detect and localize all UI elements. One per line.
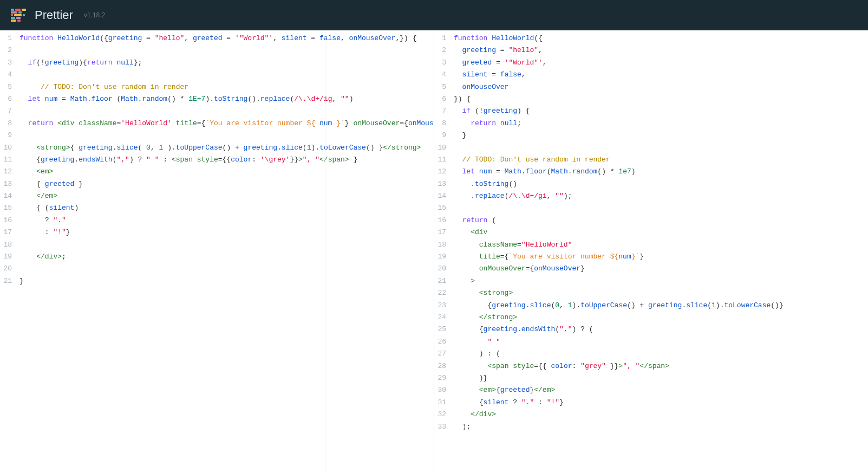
output-editor[interactable]: 1234567891011121314151617181920212223242… [434, 30, 868, 472]
output-gutter: 1234567891011121314151617181920212223242… [434, 30, 451, 472]
editor-panes: 123456789101112131415161718192021 functi… [0, 30, 868, 472]
input-editor[interactable]: 123456789101112131415161718192021 functi… [0, 30, 434, 472]
header: Prettier v1.18.2 [0, 0, 868, 30]
output-code: function HelloWorld({ greeting = "hello"… [451, 30, 868, 472]
prettier-logo-icon [11, 8, 26, 23]
brand-name: Prettier [35, 8, 73, 22]
version-label: v1.18.2 [84, 11, 105, 19]
input-gutter: 123456789101112131415161718192021 [0, 30, 16, 472]
input-code[interactable]: function HelloWorld({greeting = "hello",… [16, 30, 434, 472]
